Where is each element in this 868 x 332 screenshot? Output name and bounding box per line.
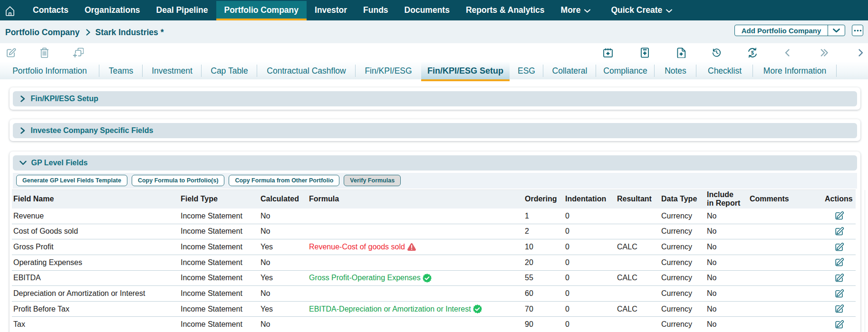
svg-text:$: $ xyxy=(751,50,754,56)
